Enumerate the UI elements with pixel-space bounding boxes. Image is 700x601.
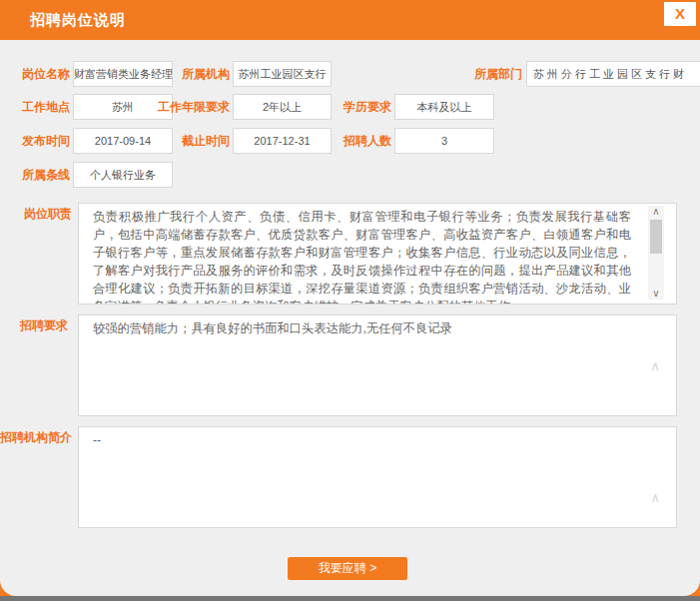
scrollbar-thumb[interactable] — [650, 220, 662, 254]
close-icon: X — [675, 5, 685, 22]
apply-button[interactable]: 我要应聘 > — [288, 557, 407, 580]
job-posting-dialog: 招聘岗位说明 X 岗位名称 财富营销类业务经理 所属机构 苏州工业园区支行 所属… — [0, 0, 700, 601]
close-button[interactable]: X — [664, 2, 696, 26]
headcount-field[interactable]: 3 — [394, 128, 494, 154]
scroll-up-icon: ∧ — [650, 491, 660, 504]
field-label-business-line: 所属条线 — [0, 162, 70, 188]
field-label-location: 工作地点 — [0, 94, 70, 120]
requirements-text: 较强的营销能力；具有良好的书面和口头表达能力,无任何不良记录 — [93, 319, 631, 337]
org-intro-text: -- — [93, 431, 631, 449]
field-label-requirements: 招聘要求 — [0, 318, 68, 332]
dialog-body: 岗位名称 财富营销类业务经理 所属机构 苏州工业园区支行 所属部门 苏州分行工业… — [0, 40, 700, 596]
scrollbar[interactable]: ∧ ∨ — [648, 206, 664, 300]
business-line-field[interactable]: 个人银行业务 — [73, 162, 173, 188]
field-label-experience: 工作年限要求 — [130, 94, 230, 120]
education-field[interactable]: 本科及以上 — [394, 94, 494, 120]
field-label-deadline: 截止时间 — [130, 128, 230, 154]
field-label-position-name: 岗位名称 — [0, 61, 70, 87]
field-label-org-intro: 招聘机构简介 — [0, 430, 72, 444]
field-label-department: 所属部门 — [422, 61, 522, 87]
field-label-publish-date: 发布时间 — [0, 128, 70, 154]
scroll-up-icon: ∧ — [650, 359, 660, 372]
dialog-title: 招聘岗位说明 — [30, 0, 126, 40]
page-footer-bar — [0, 596, 700, 601]
institution-field[interactable]: 苏州工业园区支行 — [233, 61, 332, 87]
scroll-up-icon[interactable]: ∧ — [648, 207, 664, 217]
field-label-education: 学历要求 — [292, 94, 391, 120]
requirements-textarea[interactable]: 较强的营销能力；具有良好的书面和口头表达能力,无任何不良记录 ∧ — [78, 314, 677, 416]
responsibilities-text: 负责积极推广我行个人资产、负债、信用卡、财富管理和电子银行等业务；负责发展我行基… — [93, 208, 631, 304]
scroll-down-icon[interactable]: ∨ — [648, 289, 664, 299]
field-label-institution: 所属机构 — [130, 61, 230, 87]
field-label-headcount: 招聘人数 — [292, 128, 391, 154]
dialog-frame: 招聘岗位说明 X 岗位名称 财富营销类业务经理 所属机构 苏州工业园区支行 所属… — [0, 0, 700, 596]
field-label-responsibilities: 岗位职责 — [0, 207, 72, 221]
department-field[interactable]: 苏州分行工业园区支行财 — [526, 61, 700, 87]
responsibilities-textarea[interactable]: 负责积极推广我行个人资产、负债、信用卡、财富管理和电子银行等业务；负责发展我行基… — [78, 203, 677, 304]
org-intro-textarea[interactable]: -- ∧ — [78, 426, 677, 528]
